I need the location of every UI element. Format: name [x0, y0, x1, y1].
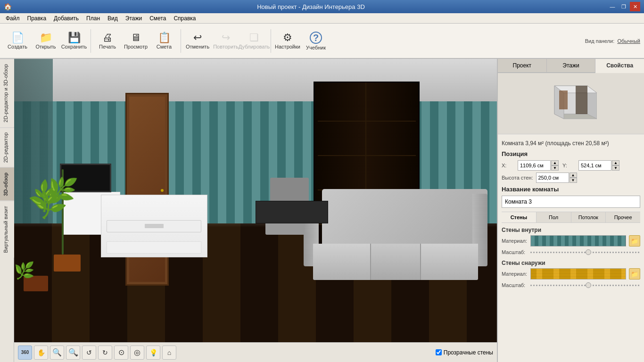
x-spin-up[interactable]: ▲ [551, 160, 559, 165]
save-button[interactable]: 💾 Сохранить [60, 25, 88, 56]
sub-tab-floor[interactable]: Пол [537, 212, 571, 222]
btn-pan[interactable]: ✋ [34, 346, 48, 360]
btn-home[interactable]: ⌂ [162, 346, 176, 360]
menu-help[interactable]: Справка [170, 14, 199, 23]
sub-tab-ceiling[interactable]: Потолок [571, 212, 606, 222]
create-button[interactable]: 📄 Создать [4, 25, 31, 56]
toolbar: 📄 Создать 📁 Открыть 💾 Сохранить 🖨 Печать… [0, 24, 644, 59]
create-icon: 📄 [11, 33, 24, 43]
redo-icon: ↪ [222, 33, 230, 43]
scale-thumb-inside[interactable] [586, 249, 591, 255]
sub-tab-walls[interactable]: Стены [502, 212, 537, 222]
menu-view[interactable]: Вид [104, 14, 122, 23]
btn-orbit2[interactable]: ◎ [130, 346, 144, 360]
btn-zoom-in[interactable]: +🔍 [66, 346, 80, 360]
transparent-walls-label[interactable]: Прозрачные стены [444, 349, 493, 356]
undo-button[interactable]: ↩ Отменить [184, 25, 211, 56]
y-spin-up[interactable]: ▲ [612, 160, 619, 165]
create-label: Создать [8, 44, 27, 49]
sep3 [271, 29, 271, 53]
x-input[interactable] [518, 160, 551, 171]
position-row: X: ▲ ▼ Y: ▲ ▼ [502, 160, 640, 171]
menu-file[interactable]: Файл [2, 14, 24, 23]
preview-label: Просмотр [124, 44, 148, 49]
panel-view-value[interactable]: Обычный [617, 38, 640, 44]
room-name-input[interactable] [502, 196, 640, 208]
properties-panel: Комната 3,94 м² (площадь стен 20,58 м²) … [498, 134, 644, 362]
menu-edit[interactable]: Правка [24, 14, 50, 23]
room-preview [498, 73, 644, 134]
minimize-button[interactable]: — [607, 2, 618, 11]
redo-label: Повторить [213, 44, 239, 49]
ceiling [14, 59, 497, 101]
svg-rect-6 [559, 90, 568, 109]
settings-icon: ⚙ [283, 33, 292, 43]
height-spin-down[interactable]: ▼ [570, 178, 577, 183]
walls-outside-swatch[interactable] [530, 268, 626, 280]
walls-inside-swatch[interactable] [530, 235, 626, 247]
height-label: Высота стен: [502, 175, 533, 181]
scale-thumb-outside[interactable] [586, 282, 591, 288]
btn-orbit[interactable]: ⊙ [114, 346, 128, 360]
save-icon: 💾 [68, 33, 81, 43]
btn-360[interactable]: 360 [18, 346, 32, 360]
estimate-icon: 📋 [158, 33, 171, 43]
walls-inside-folder-btn[interactable]: 📁 [629, 235, 640, 247]
sidebar-tab-virtual[interactable]: Виртуальный визит [0, 201, 14, 258]
settings-button[interactable]: ⚙ Настройки [274, 25, 301, 56]
btn-rotate-right[interactable]: ↻ [98, 346, 112, 360]
preview-button[interactable]: 🖥 Просмотр [122, 25, 149, 56]
3d-scene: 🌿 🌿 🌿 🌿 [14, 59, 497, 342]
tab-floors[interactable]: Этажи [547, 59, 596, 72]
transparent-walls-checkbox[interactable] [436, 349, 442, 355]
scale-track-inside [530, 252, 640, 253]
restore-button[interactable]: ❐ [619, 2, 629, 11]
walls-outside-folder-btn[interactable]: 📁 [629, 268, 640, 280]
btn-light[interactable]: 💡 [146, 346, 160, 360]
btn-rotate-left[interactable]: ↺ [82, 346, 96, 360]
sub-tab-other[interactable]: Прочее [606, 212, 640, 222]
print-button[interactable]: 🖨 Печать [94, 25, 121, 56]
viewport-toolbar: 360 ✋ 🔍 +🔍 ↺ ↻ ⊙ ◎ 💡 ⌂ Прозрачные стены [14, 342, 497, 362]
viewport[interactable]: 🌿 🌿 🌿 🌿 [14, 59, 497, 362]
walls-outside-slider[interactable] [530, 281, 640, 289]
walls-inside-slider[interactable] [530, 248, 640, 256]
walls-outside-scale-row: Масштаб: [502, 281, 640, 289]
height-input[interactable] [536, 173, 569, 183]
window-controls: — ❐ ✕ [607, 2, 640, 11]
sidebar-tab-2d[interactable]: 2D-редактор [0, 127, 14, 167]
desk-unit [101, 195, 207, 257]
tab-project[interactable]: Проект [498, 59, 547, 72]
walls-inside-material-row: Материал: 📁 [502, 235, 640, 247]
estimate-button[interactable]: 📋 Смета [150, 25, 178, 56]
tutorial-icon: ? [310, 32, 322, 44]
close-button[interactable]: ✕ [630, 2, 640, 11]
tab-properties[interactable]: Свойства [595, 59, 644, 73]
open-button[interactable]: 📁 Открыть [32, 25, 59, 56]
y-label: Y: [562, 163, 577, 168]
open-icon: 📁 [40, 33, 52, 43]
menu-add[interactable]: Добавить [50, 14, 83, 23]
height-spin-up[interactable]: ▲ [570, 173, 577, 178]
height-input-group: ▲ ▼ [536, 173, 577, 183]
y-input[interactable] [578, 160, 611, 171]
walls-outside-material-label: Материал: [502, 271, 528, 277]
room-name-section-title: Название комнаты [502, 186, 640, 193]
x-spin-down[interactable]: ▼ [551, 165, 559, 171]
menu-plan[interactable]: План [83, 14, 104, 23]
menu-floors[interactable]: Этажи [122, 14, 146, 23]
wall-sub-tabs: Стены Пол Потолок Прочее [502, 212, 640, 223]
menu-estimate[interactable]: Смета [146, 14, 170, 23]
estimate-label: Смета [157, 44, 172, 49]
duplicate-label: Дублировать [239, 44, 270, 49]
btn-zoom-out[interactable]: 🔍 [50, 346, 64, 360]
preview-icon: 🖥 [131, 33, 141, 43]
x-label: X: [502, 163, 516, 168]
y-spin-down[interactable]: ▼ [612, 165, 619, 171]
svg-rect-5 [576, 86, 587, 114]
tutorial-button[interactable]: ? Учебник [302, 25, 330, 56]
menu-bar: Файл Правка Добавить План Вид Этажи Смет… [0, 13, 644, 24]
sidebar-tab-2d3d[interactable]: 2D-редактор и 3D-обзор [0, 59, 14, 127]
window-title: Новый проект - Дизайн Интерьера 3D [15, 3, 607, 10]
sidebar-tab-3d[interactable]: 3D-обзор [0, 167, 14, 201]
